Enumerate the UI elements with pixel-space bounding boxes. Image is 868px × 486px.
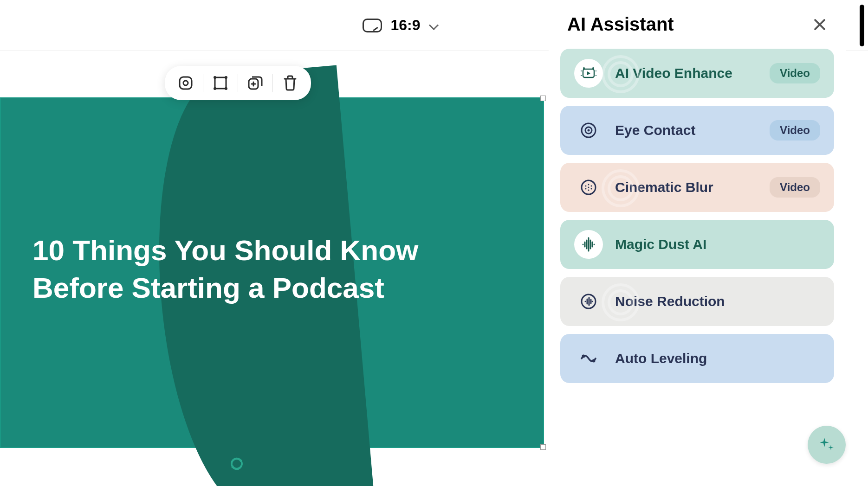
delete-button[interactable]	[279, 71, 302, 95]
aspect-ratio-label: 16:9	[390, 17, 420, 34]
ai-option-eye-contact[interactable]: Eye Contact Video	[560, 106, 834, 155]
ai-panel-title: AI Assistant	[567, 14, 674, 35]
ai-option-label: AI Video Enhance	[615, 65, 770, 81]
svg-point-29	[591, 188, 592, 190]
canvas-title-text[interactable]: 10 Things You Should Know Before Startin…	[32, 232, 418, 307]
svg-point-16	[583, 67, 585, 69]
eye-contact-icon	[574, 116, 603, 145]
video-enhance-icon	[574, 59, 603, 88]
svg-point-17	[592, 67, 594, 69]
svg-point-26	[591, 185, 592, 187]
svg-point-5	[214, 87, 216, 90]
ai-option-noise-reduction[interactable]: Noise Reduction	[560, 277, 834, 326]
video-badge: Video	[770, 63, 820, 83]
svg-rect-0	[180, 77, 192, 89]
ai-option-magic-dust[interactable]: Magic Dust AI	[560, 220, 834, 269]
svg-point-20	[588, 129, 590, 132]
ai-option-label: Magic Dust AI	[615, 237, 820, 252]
noise-reduction-icon	[574, 287, 603, 316]
video-badge: Video	[770, 120, 820, 141]
toolbar-divider	[203, 74, 203, 92]
ai-option-label: Eye Contact	[615, 122, 770, 138]
fit-button[interactable]	[174, 71, 197, 95]
svg-point-30	[588, 187, 589, 188]
svg-point-4	[225, 76, 227, 79]
aspect-ratio-icon	[363, 19, 382, 32]
ai-option-video-enhance[interactable]: AI Video Enhance Video	[560, 49, 834, 98]
svg-point-46	[582, 355, 585, 358]
aspect-ratio-selector[interactable]: 16:9	[363, 17, 438, 34]
resize-handle-br[interactable]	[540, 444, 546, 450]
duplicate-button[interactable]	[244, 71, 267, 95]
ai-option-label: Cinematic Blur	[615, 179, 770, 195]
svg-point-27	[585, 188, 587, 190]
svg-point-25	[588, 184, 589, 185]
svg-point-1	[183, 81, 188, 85]
crop-button[interactable]	[209, 71, 232, 95]
video-badge: Video	[770, 177, 820, 198]
ai-option-label: Noise Reduction	[615, 294, 820, 309]
svg-point-3	[214, 76, 216, 79]
ai-panel-header: AI Assistant	[560, 14, 834, 35]
canvas[interactable]: 10 Things You Should Know Before Startin…	[0, 97, 544, 448]
svg-point-24	[585, 185, 587, 187]
scrollbar[interactable]	[860, 5, 864, 46]
canvas-toolbar	[165, 66, 311, 100]
svg-point-28	[588, 190, 589, 191]
toolbar-divider	[238, 74, 238, 92]
ai-option-auto-leveling[interactable]: Auto Leveling	[560, 334, 834, 383]
auto-leveling-icon	[574, 344, 603, 373]
svg-marker-15	[587, 71, 590, 75]
ai-assistant-panel: AI Assistant AI Video Enhance Video	[549, 0, 846, 417]
ai-option-cinematic-blur[interactable]: Cinematic Blur Video	[560, 163, 834, 212]
svg-point-6	[225, 87, 227, 90]
toolbar-divider	[272, 74, 273, 92]
svg-rect-2	[215, 77, 226, 89]
svg-point-47	[592, 359, 596, 363]
refresh-button[interactable]	[227, 454, 246, 473]
ai-option-label: Auto Leveling	[615, 351, 820, 366]
close-icon[interactable]	[812, 17, 827, 32]
resize-handle-tr[interactable]	[540, 96, 546, 101]
cinematic-blur-icon	[574, 173, 603, 202]
magic-dust-icon	[574, 230, 603, 259]
chevron-down-icon	[429, 21, 438, 30]
ai-fab-button[interactable]	[808, 426, 846, 464]
